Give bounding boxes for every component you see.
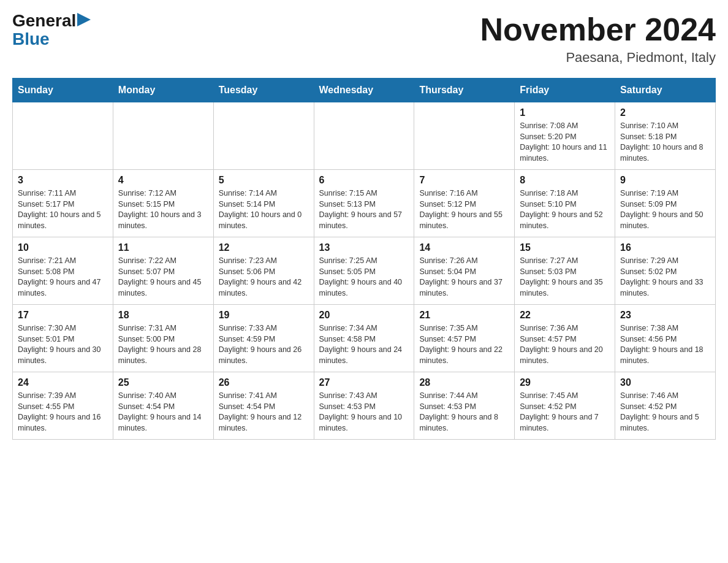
calendar-cell: [414, 102, 515, 170]
calendar-cell: 21Sunrise: 7:35 AMSunset: 4:57 PMDayligh…: [414, 305, 515, 372]
day-number: 23: [620, 310, 710, 321]
day-number: 13: [319, 242, 409, 253]
logo-blue-text: Blue: [12, 29, 50, 49]
calendar-cell: 22Sunrise: 7:36 AMSunset: 4:57 PMDayligh…: [515, 305, 615, 372]
day-info: Sunrise: 7:31 AMSunset: 5:00 PMDaylight:…: [118, 323, 208, 366]
calendar-cell: [213, 102, 314, 170]
day-number: 20: [319, 310, 409, 321]
weekday-header-saturday: Saturday: [615, 79, 716, 102]
day-info: Sunrise: 7:44 AMSunset: 4:53 PMDaylight:…: [419, 391, 509, 434]
day-number: 1: [520, 107, 610, 118]
calendar-cell: 2Sunrise: 7:10 AMSunset: 5:18 PMDaylight…: [615, 102, 716, 170]
day-number: 16: [620, 242, 710, 253]
logo-general-text: General: [12, 12, 76, 29]
day-number: 12: [219, 242, 309, 253]
calendar-cell: 13Sunrise: 7:25 AMSunset: 5:05 PMDayligh…: [314, 237, 414, 305]
day-info: Sunrise: 7:34 AMSunset: 4:58 PMDaylight:…: [319, 323, 409, 366]
day-number: 25: [118, 377, 208, 388]
calendar-cell: 3Sunrise: 7:11 AMSunset: 5:17 PMDaylight…: [13, 170, 113, 237]
svg-marker-0: [77, 13, 91, 26]
day-info: Sunrise: 7:15 AMSunset: 5:13 PMDaylight:…: [319, 188, 409, 231]
day-number: 15: [520, 242, 610, 253]
day-info: Sunrise: 7:12 AMSunset: 5:15 PMDaylight:…: [118, 188, 208, 231]
calendar-cell: 6Sunrise: 7:15 AMSunset: 5:13 PMDaylight…: [314, 170, 414, 237]
calendar-subtitle: Paesana, Piedmont, Italy: [480, 50, 716, 66]
day-info: Sunrise: 7:46 AMSunset: 4:52 PMDaylight:…: [620, 391, 710, 434]
calendar-cell: 10Sunrise: 7:21 AMSunset: 5:08 PMDayligh…: [13, 237, 113, 305]
calendar-cell: [113, 102, 213, 170]
day-number: 27: [319, 377, 409, 388]
day-info: Sunrise: 7:26 AMSunset: 5:04 PMDaylight:…: [419, 256, 509, 299]
calendar-cell: 7Sunrise: 7:16 AMSunset: 5:12 PMDaylight…: [414, 170, 515, 237]
day-info: Sunrise: 7:11 AMSunset: 5:17 PMDaylight:…: [18, 188, 108, 231]
calendar-cell: 26Sunrise: 7:41 AMSunset: 4:54 PMDayligh…: [213, 372, 314, 440]
day-number: 7: [419, 175, 509, 186]
day-number: 18: [118, 310, 208, 321]
calendar-cell: 19Sunrise: 7:33 AMSunset: 4:59 PMDayligh…: [213, 305, 314, 372]
calendar-cell: 28Sunrise: 7:44 AMSunset: 4:53 PMDayligh…: [414, 372, 515, 440]
calendar-cell: 24Sunrise: 7:39 AMSunset: 4:55 PMDayligh…: [13, 372, 113, 440]
calendar-cell: 5Sunrise: 7:14 AMSunset: 5:14 PMDaylight…: [213, 170, 314, 237]
day-info: Sunrise: 7:25 AMSunset: 5:05 PMDaylight:…: [319, 256, 409, 299]
day-info: Sunrise: 7:14 AMSunset: 5:14 PMDaylight:…: [219, 188, 309, 231]
calendar-cell: 30Sunrise: 7:46 AMSunset: 4:52 PMDayligh…: [615, 372, 716, 440]
weekday-header-sunday: Sunday: [13, 79, 113, 102]
calendar-cell: 1Sunrise: 7:08 AMSunset: 5:20 PMDaylight…: [515, 102, 615, 170]
calendar-cell: 25Sunrise: 7:40 AMSunset: 4:54 PMDayligh…: [113, 372, 213, 440]
weekday-header-thursday: Thursday: [414, 79, 515, 102]
logo: General Blue: [12, 12, 91, 49]
day-number: 30: [620, 377, 710, 388]
calendar-cell: [314, 102, 414, 170]
week-row-2: 3Sunrise: 7:11 AMSunset: 5:17 PMDaylight…: [13, 170, 716, 237]
calendar-cell: 23Sunrise: 7:38 AMSunset: 4:56 PMDayligh…: [615, 305, 716, 372]
page-header: General Blue November 2024 Paesana, Pied…: [12, 12, 716, 66]
week-row-4: 17Sunrise: 7:30 AMSunset: 5:01 PMDayligh…: [13, 305, 716, 372]
weekday-header-tuesday: Tuesday: [213, 79, 314, 102]
calendar-cell: 12Sunrise: 7:23 AMSunset: 5:06 PMDayligh…: [213, 237, 314, 305]
day-info: Sunrise: 7:35 AMSunset: 4:57 PMDaylight:…: [419, 323, 509, 366]
day-number: 4: [118, 175, 208, 186]
day-info: Sunrise: 7:08 AMSunset: 5:20 PMDaylight:…: [520, 121, 610, 164]
day-info: Sunrise: 7:19 AMSunset: 5:09 PMDaylight:…: [620, 188, 710, 231]
day-number: 11: [118, 242, 208, 253]
day-info: Sunrise: 7:29 AMSunset: 5:02 PMDaylight:…: [620, 256, 710, 299]
calendar-cell: 16Sunrise: 7:29 AMSunset: 5:02 PMDayligh…: [615, 237, 716, 305]
weekday-header-monday: Monday: [113, 79, 213, 102]
week-row-5: 24Sunrise: 7:39 AMSunset: 4:55 PMDayligh…: [13, 372, 716, 440]
calendar-cell: [13, 102, 113, 170]
calendar-cell: 17Sunrise: 7:30 AMSunset: 5:01 PMDayligh…: [13, 305, 113, 372]
day-number: 9: [620, 175, 710, 186]
logo-triangle-icon: [77, 13, 91, 26]
calendar-cell: 20Sunrise: 7:34 AMSunset: 4:58 PMDayligh…: [314, 305, 414, 372]
calendar-cell: 29Sunrise: 7:45 AMSunset: 4:52 PMDayligh…: [515, 372, 615, 440]
day-number: 28: [419, 377, 509, 388]
calendar-cell: 8Sunrise: 7:18 AMSunset: 5:10 PMDaylight…: [515, 170, 615, 237]
title-section: November 2024 Paesana, Piedmont, Italy: [480, 12, 716, 66]
day-info: Sunrise: 7:38 AMSunset: 4:56 PMDaylight:…: [620, 323, 710, 366]
day-info: Sunrise: 7:16 AMSunset: 5:12 PMDaylight:…: [419, 188, 509, 231]
day-number: 19: [219, 310, 309, 321]
calendar-cell: 18Sunrise: 7:31 AMSunset: 5:00 PMDayligh…: [113, 305, 213, 372]
day-number: 3: [18, 175, 108, 186]
day-number: 22: [520, 310, 610, 321]
day-info: Sunrise: 7:33 AMSunset: 4:59 PMDaylight:…: [219, 323, 309, 366]
day-number: 17: [18, 310, 108, 321]
day-number: 24: [18, 377, 108, 388]
day-info: Sunrise: 7:27 AMSunset: 5:03 PMDaylight:…: [520, 256, 610, 299]
day-info: Sunrise: 7:43 AMSunset: 4:53 PMDaylight:…: [319, 391, 409, 434]
weekday-header-row: SundayMondayTuesdayWednesdayThursdayFrid…: [13, 79, 716, 102]
day-info: Sunrise: 7:39 AMSunset: 4:55 PMDaylight:…: [18, 391, 108, 434]
day-info: Sunrise: 7:18 AMSunset: 5:10 PMDaylight:…: [520, 188, 610, 231]
day-info: Sunrise: 7:23 AMSunset: 5:06 PMDaylight:…: [219, 256, 309, 299]
week-row-3: 10Sunrise: 7:21 AMSunset: 5:08 PMDayligh…: [13, 237, 716, 305]
day-info: Sunrise: 7:40 AMSunset: 4:54 PMDaylight:…: [118, 391, 208, 434]
day-info: Sunrise: 7:30 AMSunset: 5:01 PMDaylight:…: [18, 323, 108, 366]
day-number: 2: [620, 107, 710, 118]
day-number: 26: [219, 377, 309, 388]
day-number: 5: [219, 175, 309, 186]
calendar-cell: 4Sunrise: 7:12 AMSunset: 5:15 PMDaylight…: [113, 170, 213, 237]
day-number: 14: [419, 242, 509, 253]
calendar-cell: 15Sunrise: 7:27 AMSunset: 5:03 PMDayligh…: [515, 237, 615, 305]
day-number: 29: [520, 377, 610, 388]
day-number: 8: [520, 175, 610, 186]
